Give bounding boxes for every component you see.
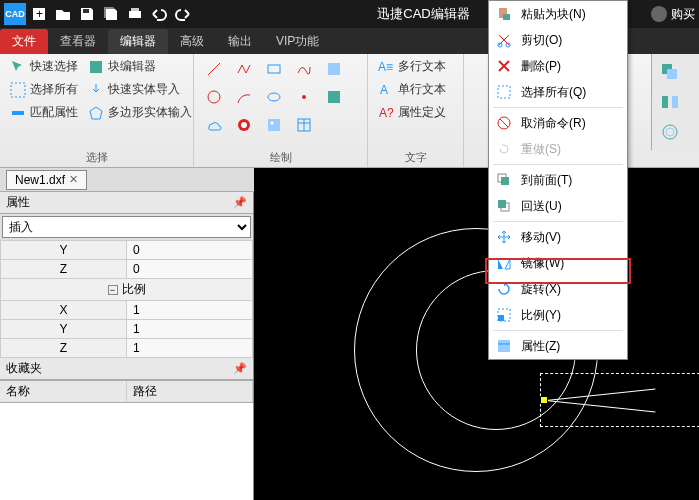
select-all-button[interactable]: 选择所有 [6, 79, 82, 100]
insert-combo-row: 插入 [0, 214, 253, 240]
attr-def-button[interactable]: A?属性定义 [374, 102, 450, 123]
grip-handle[interactable] [540, 396, 548, 404]
multitext-icon: A≡ [378, 59, 394, 75]
redo-icon[interactable] [172, 3, 194, 25]
svg-rect-47 [498, 340, 510, 352]
properties-table: Y0 Z0 −比例 X1 Y1 Z1 [0, 240, 253, 358]
ctx-separator [493, 221, 623, 222]
rt-offset-icon[interactable] [658, 120, 682, 144]
left-panel: 属性 📌 插入 Y0 Z0 −比例 X1 Y1 Z1 收藏夹 📌 名称 路径 [0, 168, 254, 500]
ctx-properties[interactable]: 属性(Z) [489, 333, 627, 359]
import-icon [88, 82, 104, 98]
match-props-button[interactable]: 匹配属性 [6, 102, 82, 123]
svg-rect-27 [667, 69, 677, 79]
redo-icon [495, 140, 513, 158]
rt-mirror-icon[interactable] [658, 90, 682, 114]
ctx-mirror[interactable]: 镜像(W) [489, 250, 627, 276]
ctx-to-front[interactable]: 到前面(T) [489, 167, 627, 193]
svg-text:A?: A? [379, 106, 394, 120]
singletext-icon: A [378, 82, 394, 98]
tab-vip[interactable]: VIP功能 [264, 29, 331, 54]
block-editor-button[interactable]: 块编辑器 [84, 56, 196, 77]
svg-text:+: + [36, 7, 43, 21]
ribbon-text-label: 文字 [374, 148, 457, 165]
saveall-icon[interactable] [100, 3, 122, 25]
multi-text-button[interactable]: A≡多行文本 [374, 56, 450, 77]
undo-icon[interactable] [148, 3, 170, 25]
ribbon-group-draw: 绘制 [194, 54, 368, 167]
table-row[interactable]: Y0 [1, 241, 253, 260]
save-icon[interactable] [76, 3, 98, 25]
table-row[interactable]: X1 [1, 301, 253, 320]
draw-ellipse-button[interactable] [260, 84, 288, 110]
insert-combo[interactable]: 插入 [2, 216, 251, 238]
fav-path-col[interactable]: 路径 [127, 381, 254, 402]
file-tab-name: New1.dxf [15, 173, 65, 187]
match-icon [10, 105, 26, 121]
single-text-button[interactable]: A单行文本 [374, 79, 450, 100]
svg-marker-44 [505, 259, 510, 269]
draw-polyline-button[interactable] [230, 56, 258, 82]
selectall-icon [495, 83, 513, 101]
ctx-scale[interactable]: 比例(Y) [489, 302, 627, 328]
draw-cloud-button[interactable] [200, 112, 228, 138]
print-icon[interactable] [124, 3, 146, 25]
draw-circle-button[interactable] [200, 84, 228, 110]
pin-icon[interactable]: 📌 [233, 362, 247, 375]
scale-section-row[interactable]: −比例 [1, 279, 253, 301]
svg-point-30 [663, 125, 677, 139]
draw-donut-button[interactable] [230, 112, 258, 138]
tab-file[interactable]: 文件 [0, 29, 48, 54]
pin-icon[interactable]: 📌 [233, 196, 247, 209]
draw-table-button[interactable] [290, 112, 318, 138]
draw-line-button[interactable] [200, 56, 228, 82]
ctx-separator [493, 164, 623, 165]
svg-rect-3 [129, 11, 141, 18]
table-row[interactable]: Z1 [1, 339, 253, 358]
title-right[interactable]: 购买 [651, 6, 695, 23]
tab-editor[interactable]: 编辑器 [108, 29, 168, 54]
delete-icon [495, 57, 513, 75]
ctx-select-all[interactable]: 选择所有(Q) [489, 79, 627, 105]
ctx-cancel-cmd[interactable]: 取消命令(R) [489, 110, 627, 136]
ctx-move[interactable]: 移动(V) [489, 224, 627, 250]
draw-image-button[interactable] [260, 112, 288, 138]
file-tab-close-icon[interactable]: ✕ [69, 173, 78, 186]
draw-arc-button[interactable] [230, 84, 258, 110]
collapse-icon[interactable]: − [108, 285, 118, 295]
draw-region-button[interactable] [320, 56, 348, 82]
svg-rect-28 [662, 96, 668, 108]
draw-spline-button[interactable] [290, 56, 318, 82]
favorites-title: 收藏夹 [6, 360, 42, 377]
ctx-send-back[interactable]: 回送(U) [489, 193, 627, 219]
favorites-columns: 名称 路径 [0, 380, 253, 403]
ctx-rotate[interactable]: 旋转(X) [489, 276, 627, 302]
tab-advanced[interactable]: 高级 [168, 29, 216, 54]
ribbon-group-text: A≡多行文本 A单行文本 A?属性定义 文字 [368, 54, 464, 167]
tab-viewer[interactable]: 查看器 [48, 29, 108, 54]
tab-output[interactable]: 输出 [216, 29, 264, 54]
new-icon[interactable]: + [28, 3, 50, 25]
poly-icon [88, 105, 104, 121]
svg-text:A: A [380, 83, 388, 97]
ctx-delete[interactable]: 删除(P) [489, 53, 627, 79]
quick-import-button[interactable]: 快速实体导入 [84, 79, 196, 100]
move-icon [495, 228, 513, 246]
poly-import-button[interactable]: 多边形实体输入 [84, 102, 196, 123]
table-row[interactable]: Z0 [1, 260, 253, 279]
context-menu: 粘贴为块(N) 剪切(O) 删除(P) 选择所有(Q) 取消命令(R) 重做(S… [488, 0, 628, 360]
quick-select-button[interactable]: 快速选择 [6, 56, 82, 77]
draw-hatch-button[interactable] [320, 84, 348, 110]
file-tab[interactable]: New1.dxf ✕ [6, 170, 87, 190]
draw-rect-button[interactable] [260, 56, 288, 82]
ctx-paste-block[interactable]: 粘贴为块(N) [489, 1, 627, 27]
rt-copy-icon[interactable] [658, 60, 682, 84]
canvas[interactable] [254, 168, 699, 500]
svg-rect-11 [328, 63, 340, 75]
table-row[interactable]: Y1 [1, 320, 253, 339]
open-icon[interactable] [52, 3, 74, 25]
svg-rect-18 [268, 119, 280, 131]
draw-point-button[interactable] [290, 84, 318, 110]
ctx-cut[interactable]: 剪切(O) [489, 27, 627, 53]
fav-name-col[interactable]: 名称 [0, 381, 127, 402]
